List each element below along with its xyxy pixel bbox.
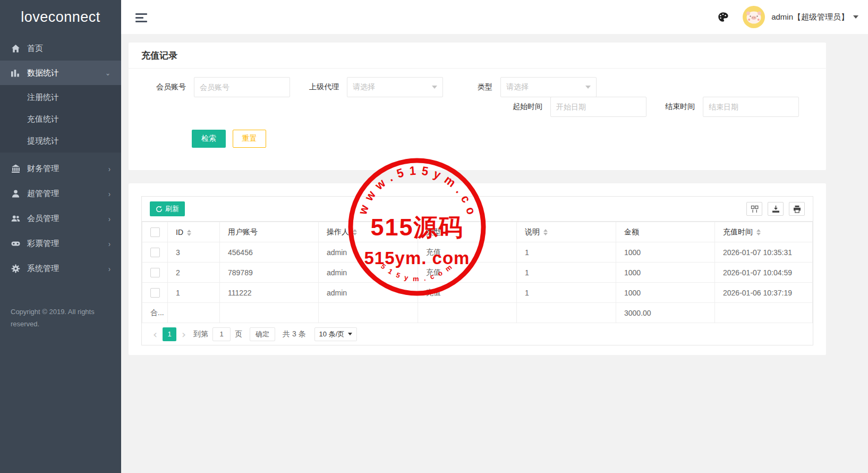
sidebar: loveconnect 首页 数据统计 ⌄ 注册统计 充值统计 提现统计	[0, 0, 121, 473]
table-row: 3 456456 admin 充值 1 1000 2026-01-07 10:3…	[142, 242, 813, 263]
sidebar-item-home[interactable]: 首页	[0, 36, 121, 61]
page-title: 充值记录	[129, 43, 826, 69]
current-page-button[interactable]: 1	[163, 327, 176, 341]
sidebar-item-label: 超管管理	[27, 189, 59, 199]
end-date-input[interactable]	[703, 97, 799, 117]
top-header: admin【超级管理员】	[121, 0, 868, 34]
select-caret-icon	[348, 333, 352, 335]
total-label: 合...	[142, 303, 168, 323]
chevron-right-icon: ›	[108, 164, 110, 173]
table-toolbar: 刷新	[142, 197, 813, 222]
menu-toggle-icon[interactable]	[135, 13, 147, 22]
parent-agent-select[interactable]: 请选择	[347, 77, 443, 97]
table-row: 1 111222 admin 充值 1 1000 2026-01-06 10:3…	[142, 283, 813, 303]
sort-icon	[543, 229, 548, 235]
page-number-input[interactable]	[212, 327, 231, 341]
chevron-right-icon: ›	[108, 264, 110, 273]
gear-icon	[11, 264, 20, 274]
users-icon	[11, 214, 20, 224]
column-header-operator[interactable]: 操作人	[319, 222, 418, 242]
page-unit-label: 页	[235, 330, 242, 339]
row-checkbox[interactable]	[150, 248, 160, 257]
sidebar-item-label: 彩票管理	[27, 239, 59, 249]
column-header-account: 用户账号	[220, 222, 319, 242]
sort-icon	[187, 230, 191, 236]
member-account-label: 会员账号	[156, 82, 186, 92]
refresh-button[interactable]: 刷新	[150, 201, 185, 216]
statistics-submenu: 注册统计 充值统计 提现统计	[0, 85, 121, 153]
column-header-time[interactable]: 充值时间	[715, 222, 813, 242]
table-row: 2 789789 admin 充值 1 1000 2026-01-07 10:0…	[142, 263, 813, 283]
reset-button[interactable]: 重置	[233, 130, 266, 148]
sidebar-item-label: 数据统计	[27, 68, 59, 78]
columns-icon	[751, 205, 759, 213]
sidebar-item-lottery[interactable]: 彩票管理 ›	[0, 231, 121, 256]
sidebar-item-label: 会员管理	[27, 214, 59, 224]
sort-icon	[353, 229, 357, 235]
sort-icon	[756, 229, 761, 235]
member-account-input[interactable]	[194, 77, 290, 97]
recharge-record-card: 充值记录 会员账号 上级代理 请选择 类型 请选择 起始时间 结束时间	[129, 43, 826, 170]
bank-icon	[11, 164, 20, 174]
confirm-page-button[interactable]: 确定	[250, 327, 275, 341]
select-caret-icon	[585, 86, 591, 89]
sidebar-item-label: 财务管理	[27, 164, 59, 174]
export-icon	[772, 205, 780, 213]
chevron-right-icon: ›	[108, 189, 110, 198]
next-page-icon[interactable]: ›	[178, 329, 189, 340]
sidebar-item-superadmin[interactable]: 超管管理 ›	[0, 181, 121, 206]
records-table: ID 用户账号 操作人 类型 说明 金额 充值时间 3 456456 admi	[142, 222, 813, 323]
copyright-text: Copyright © 2019. All rights reserved.	[0, 306, 112, 330]
select-all-checkbox[interactable]	[150, 227, 160, 237]
table-header-row: ID 用户账号 操作人 类型 说明 金额 充值时间	[142, 222, 813, 242]
sidebar-item-members[interactable]: 会员管理 ›	[0, 206, 121, 231]
start-date-input[interactable]	[550, 97, 646, 117]
print-button[interactable]	[789, 202, 805, 216]
sidebar-item-statistics[interactable]: 数据统计 ⌄	[0, 61, 121, 85]
page-size-select[interactable]: 10 条/页	[314, 327, 358, 341]
sidebar-item-system[interactable]: 系统管理 ›	[0, 256, 121, 281]
chevron-right-icon: ›	[108, 214, 110, 223]
goto-label: 到第	[193, 330, 208, 339]
total-amount: 3000.00	[616, 303, 715, 323]
sidebar-item-label: 首页	[27, 44, 43, 54]
filter-columns-button[interactable]	[746, 202, 762, 216]
end-time-label: 结束时间	[665, 102, 695, 112]
pagination-bar: ‹ 1 › 到第 页 确定 共 3 条 10 条/页	[142, 323, 813, 345]
type-select[interactable]: 请选择	[500, 77, 597, 97]
theme-palette-icon[interactable]	[717, 11, 729, 23]
chevron-down-icon: ⌄	[105, 69, 110, 78]
type-label: 类型	[478, 82, 492, 92]
row-checkbox[interactable]	[150, 288, 160, 298]
column-header-note[interactable]: 说明	[517, 222, 616, 242]
prev-page-icon[interactable]: ‹	[150, 329, 160, 340]
sidebar-subitem-register-stats[interactable]: 注册统计	[0, 86, 121, 108]
sidebar-subitem-recharge-stats[interactable]: 充值统计	[0, 108, 121, 130]
app-logo: loveconnect	[0, 0, 121, 34]
parent-agent-label: 上级代理	[309, 82, 339, 92]
sort-icon	[445, 229, 449, 235]
column-header-id[interactable]: ID	[168, 222, 220, 242]
sidebar-item-finance[interactable]: 财务管理 ›	[0, 156, 121, 181]
bar-chart-icon	[11, 68, 20, 78]
table-widget: 刷新	[141, 196, 813, 345]
start-time-label: 起始时间	[513, 102, 542, 112]
ticket-icon	[11, 239, 20, 249]
home-icon	[11, 44, 20, 53]
records-table-card: 刷新	[129, 183, 826, 355]
app-root: loveconnect 首页 数据统计 ⌄ 注册统计 充值统计 提现统计	[0, 0, 868, 473]
sidebar-subitem-withdraw-stats[interactable]: 提现统计	[0, 130, 121, 151]
column-header-type[interactable]: 类型	[418, 222, 517, 242]
user-menu[interactable]: admin【超级管理员】	[771, 12, 849, 22]
export-button[interactable]	[768, 202, 784, 216]
row-checkbox[interactable]	[150, 268, 160, 277]
page-size-value: 10 条/页	[319, 330, 345, 339]
total-count-label: 共 3 条	[283, 330, 306, 339]
user-avatar[interactable]	[743, 6, 765, 28]
search-button[interactable]: 检索	[192, 130, 226, 148]
user-menu-caret-icon	[853, 15, 858, 19]
column-header-amount: 金额	[616, 222, 715, 242]
type-select-value: 请选择	[506, 82, 529, 92]
parent-agent-select-value: 请选择	[353, 82, 375, 92]
table-total-row: 合... 3000.00	[142, 303, 813, 323]
